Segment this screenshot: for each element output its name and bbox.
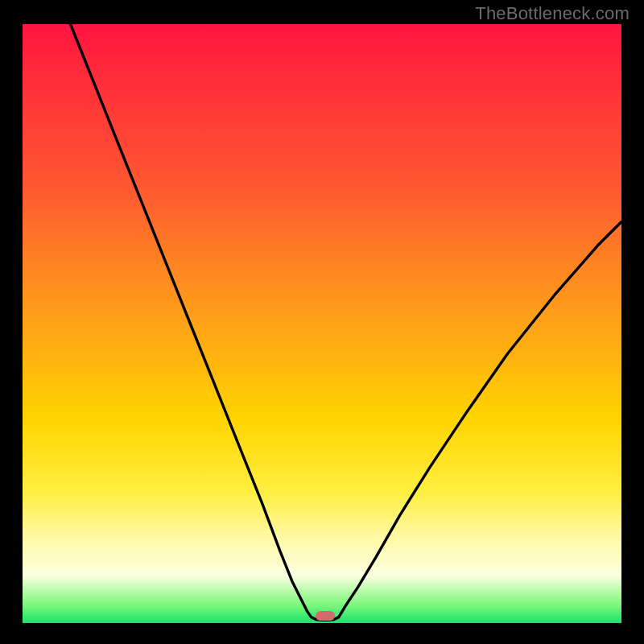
watermark-text: TheBottleneck.com xyxy=(475,3,630,24)
plot-area xyxy=(23,24,621,623)
optimum-marker xyxy=(316,611,335,621)
curve-svg xyxy=(23,24,621,623)
chart-frame: TheBottleneck.com xyxy=(0,0,644,644)
bottleneck-curve xyxy=(71,24,622,620)
